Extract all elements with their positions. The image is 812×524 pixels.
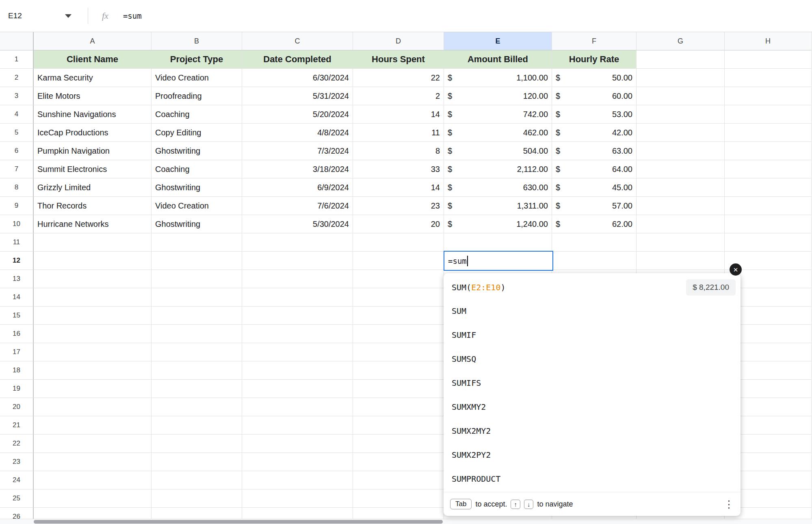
cell-C19[interactable] xyxy=(242,380,353,398)
cell-F11[interactable] xyxy=(552,233,637,252)
cell-F9[interactable]: $57.00 xyxy=(552,197,637,215)
cell-D6[interactable]: 8 xyxy=(353,142,444,160)
cell-A4[interactable]: Sunshine Navigations xyxy=(34,105,152,124)
cell-A15[interactable] xyxy=(34,307,152,325)
cell-H6[interactable] xyxy=(725,142,812,160)
cell-E8[interactable]: $630.00 xyxy=(444,178,552,197)
row-header-17[interactable]: 17 xyxy=(0,343,34,361)
cell-G2[interactable] xyxy=(637,69,725,87)
row-header-6[interactable]: 6 xyxy=(0,142,34,160)
cell-A24[interactable] xyxy=(34,471,152,489)
autocomplete-item-sumifs[interactable]: SUMIFS xyxy=(444,371,741,395)
autocomplete-item-sumsq[interactable]: SUMSQ xyxy=(444,347,741,371)
cell-D12[interactable] xyxy=(353,252,444,270)
cell-A26[interactable] xyxy=(34,508,152,519)
cell-G7[interactable] xyxy=(637,160,725,178)
cell-C22[interactable] xyxy=(242,435,353,453)
row-header-21[interactable]: 21 xyxy=(0,416,34,435)
select-all-corner[interactable] xyxy=(0,32,34,50)
cell-D10[interactable]: 20 xyxy=(353,215,444,233)
cell-F2[interactable]: $50.00 xyxy=(552,69,637,87)
cell-G4[interactable] xyxy=(637,105,725,124)
cell-G3[interactable] xyxy=(637,87,725,105)
cell-E3[interactable]: $120.00 xyxy=(444,87,552,105)
cell-A6[interactable]: Pumpkin Navigation xyxy=(34,142,152,160)
cell-B11[interactable] xyxy=(152,233,242,252)
column-header-C[interactable]: C xyxy=(242,32,353,50)
cell-C9[interactable]: 7/6/2024 xyxy=(242,197,353,215)
cell-E5[interactable]: $462.00 xyxy=(444,124,552,142)
cell-B7[interactable]: Coaching xyxy=(152,160,242,178)
cell-D20[interactable] xyxy=(353,398,444,416)
row-header-24[interactable]: 24 xyxy=(0,471,34,489)
cell-G6[interactable] xyxy=(637,142,725,160)
cell-D18[interactable] xyxy=(353,361,444,380)
autocomplete-item-sumx2py2[interactable]: SUMX2PY2 xyxy=(444,443,741,467)
row-header-18[interactable]: 18 xyxy=(0,361,34,380)
cell-C13[interactable] xyxy=(242,270,353,288)
row-header-16[interactable]: 16 xyxy=(0,325,34,343)
cell-B1[interactable]: Project Type xyxy=(152,50,242,69)
cell-C14[interactable] xyxy=(242,288,353,307)
cell-F7[interactable]: $64.00 xyxy=(552,160,637,178)
row-header-26[interactable]: 26 xyxy=(0,508,34,519)
cell-C10[interactable]: 5/30/2024 xyxy=(242,215,353,233)
cell-editor[interactable]: =sum xyxy=(444,251,553,271)
column-header-D[interactable]: D xyxy=(353,32,444,50)
cell-E10[interactable]: $1,240.00 xyxy=(444,215,552,233)
cell-A2[interactable]: Karma Security xyxy=(34,69,152,87)
cell-A22[interactable] xyxy=(34,435,152,453)
cell-D13[interactable] xyxy=(353,270,444,288)
cell-G9[interactable] xyxy=(637,197,725,215)
column-header-B[interactable]: B xyxy=(152,32,242,50)
cell-B4[interactable]: Coaching xyxy=(152,105,242,124)
cell-B17[interactable] xyxy=(152,343,242,361)
cell-D25[interactable] xyxy=(353,489,444,508)
cell-A23[interactable] xyxy=(34,453,152,471)
cell-H2[interactable] xyxy=(725,69,812,87)
cell-D14[interactable] xyxy=(353,288,444,307)
cell-H5[interactable] xyxy=(725,124,812,142)
row-header-4[interactable]: 4 xyxy=(0,105,34,124)
cell-B10[interactable]: Ghostwriting xyxy=(152,215,242,233)
row-header-3[interactable]: 3 xyxy=(0,87,34,105)
column-header-E[interactable]: E xyxy=(444,32,552,50)
cell-D11[interactable] xyxy=(353,233,444,252)
cell-A3[interactable]: Elite Motors xyxy=(34,87,152,105)
cell-D26[interactable] xyxy=(353,508,444,519)
cell-A13[interactable] xyxy=(34,270,152,288)
cell-F8[interactable]: $45.00 xyxy=(552,178,637,197)
cell-D17[interactable] xyxy=(353,343,444,361)
cell-G12[interactable] xyxy=(637,252,725,270)
cell-H4[interactable] xyxy=(725,105,812,124)
cell-B25[interactable] xyxy=(152,489,242,508)
cell-H3[interactable] xyxy=(725,87,812,105)
cell-B21[interactable] xyxy=(152,416,242,435)
cell-C6[interactable]: 7/3/2024 xyxy=(242,142,353,160)
cell-B6[interactable]: Ghostwriting xyxy=(152,142,242,160)
cell-A12[interactable] xyxy=(34,252,152,270)
autocomplete-item-sumxmy2[interactable]: SUMXMY2 xyxy=(444,395,741,419)
cell-B20[interactable] xyxy=(152,398,242,416)
cell-A20[interactable] xyxy=(34,398,152,416)
cell-B12[interactable] xyxy=(152,252,242,270)
cell-D24[interactable] xyxy=(353,471,444,489)
cell-D19[interactable] xyxy=(353,380,444,398)
cell-D4[interactable]: 14 xyxy=(353,105,444,124)
cell-D22[interactable] xyxy=(353,435,444,453)
cell-B14[interactable] xyxy=(152,288,242,307)
autocomplete-item-sumproduct[interactable]: SUMPRODUCT xyxy=(444,467,741,491)
cell-C16[interactable] xyxy=(242,325,353,343)
cell-A8[interactable]: Grizzly Limited xyxy=(34,178,152,197)
cell-C12[interactable] xyxy=(242,252,353,270)
cell-E9[interactable]: $1,311.00 xyxy=(444,197,552,215)
cell-D3[interactable]: 2 xyxy=(353,87,444,105)
cell-D15[interactable] xyxy=(353,307,444,325)
cell-F4[interactable]: $53.00 xyxy=(552,105,637,124)
autocomplete-item-sumx2my2[interactable]: SUMX2MY2 xyxy=(444,419,741,443)
cell-A7[interactable]: Summit Electronics xyxy=(34,160,152,178)
cell-D1[interactable]: Hours Spent xyxy=(353,50,444,69)
row-header-10[interactable]: 10 xyxy=(0,215,34,233)
scrollbar-thumb[interactable] xyxy=(34,520,443,524)
row-header-2[interactable]: 2 xyxy=(0,69,34,87)
